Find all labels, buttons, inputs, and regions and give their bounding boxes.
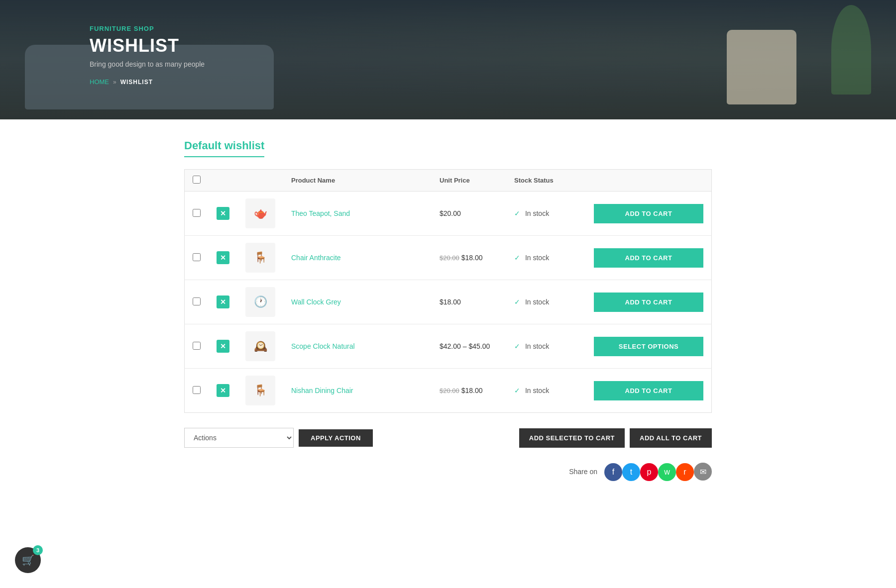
product-image-2: 🕐 [245,287,275,317]
remove-button-2[interactable]: ✕ [217,295,229,308]
stock-check-icon-4: ✓ [514,387,520,394]
row-checkbox-1[interactable] [193,253,201,261]
row-action-cell: ADD TO CART [586,369,712,413]
share-twitter-icon[interactable]: t [622,463,640,481]
row-name-cell: Nishan Dining Chair [283,369,432,413]
row-checkbox-3[interactable] [193,342,201,350]
table-row: ✕ 🫖 Theo Teapot, Sand $20.00 ✓ In stock … [185,192,712,236]
row-name-cell: Scope Clock Natural [283,324,432,369]
header-stock-status: Stock Status [506,170,586,192]
apply-action-button[interactable]: APPLY ACTION [299,429,373,447]
remove-button-3[interactable]: ✕ [217,340,229,353]
row-checkbox-0[interactable] [193,209,201,217]
plant-decoration [831,5,871,95]
row-image-cell: 🫖 [237,192,283,236]
row-price-cell: $20.00 [432,192,506,236]
table-row: ✕ 🕰️ Scope Clock Natural $42.00 – $45.00… [185,324,712,369]
share-row: Share on ftpwr✉ [184,463,712,481]
row-image-cell: 🪑 [237,369,283,413]
row-remove-cell: ✕ [209,192,237,236]
product-image-3: 🕰️ [245,331,275,361]
row-action-cell: SELECT OPTIONS [586,324,712,369]
share-email-icon[interactable]: ✉ [694,463,712,481]
product-link-3[interactable]: Scope Clock Natural [291,342,355,350]
header-product-name: Product Name [283,170,432,192]
product-link-1[interactable]: Chair Anthracite [291,254,341,262]
actions-left: ActionsRemove selectedMove to cart APPLY… [184,428,373,448]
row-stock-cell: ✓ In stock [506,192,586,236]
row-image-cell: 🕰️ [237,324,283,369]
header-img-col [237,170,283,192]
stock-text-3: In stock [525,342,549,350]
row-stock-cell: ✓ In stock [506,324,586,369]
remove-button-4[interactable]: ✕ [217,384,229,397]
breadcrumb-home-link[interactable]: HOME [90,78,109,86]
add-selected-to-cart-button[interactable]: ADD SELECTED TO CART [519,428,625,448]
row-stock-cell: ✓ In stock [506,236,586,280]
row-image-cell: 🪑 [237,236,283,280]
add-to-cart-button-2[interactable]: ADD TO CART [594,293,703,312]
breadcrumb-current: WISHLIST [120,79,153,86]
row-price-cell: $42.00 – $45.00 [432,324,506,369]
product-link-2[interactable]: Wall Clock Grey [291,298,341,306]
row-price-cell: $20.00$18.00 [432,369,506,413]
price-single: $20.00 [440,209,461,217]
header-action-col [586,170,712,192]
add-to-cart-button-4[interactable]: ADD TO CART [594,381,703,400]
table-header: Product Name Unit Price Stock Status [185,170,712,192]
stock-text-0: In stock [525,209,549,217]
row-checkbox-2[interactable] [193,297,201,305]
share-label: Share on [569,468,597,476]
bottom-bar: ActionsRemove selectedMove to cart APPLY… [184,428,712,448]
price-original: $20.00 [440,387,459,394]
breadcrumb-separator: » [113,79,116,86]
stock-check-icon-2: ✓ [514,298,520,306]
wishlist-table: Product Name Unit Price Stock Status ✕ 🫖… [184,169,712,413]
table-row: ✕ 🪑 Nishan Dining Chair $20.00$18.00 ✓ I… [185,369,712,413]
stock-text-1: In stock [525,254,549,262]
header-remove-col [209,170,237,192]
share-facebook-icon[interactable]: f [604,463,622,481]
price-range: $42.00 – $45.00 [440,342,490,350]
add-to-cart-button-0[interactable]: ADD TO CART [594,204,703,223]
row-action-cell: ADD TO CART [586,280,712,324]
share-whatsapp-icon[interactable]: w [658,463,676,481]
row-name-cell: Chair Anthracite [283,236,432,280]
product-link-4[interactable]: Nishan Dining Chair [291,387,353,394]
row-checkbox-cell [185,369,209,413]
price-sale: $18.00 [461,387,483,394]
select-options-button-3[interactable]: SELECT OPTIONS [594,337,703,356]
row-action-cell: ADD TO CART [586,236,712,280]
stock-check-icon-0: ✓ [514,209,520,217]
actions-select[interactable]: ActionsRemove selectedMove to cart [184,428,294,448]
actions-right: ADD SELECTED TO CART ADD ALL TO CART [519,428,712,448]
row-checkbox-cell [185,324,209,369]
breadcrumb: HOME » WISHLIST [90,78,205,86]
row-remove-cell: ✕ [209,236,237,280]
share-icons-container: ftpwr✉ [604,463,712,481]
stock-text-4: In stock [525,387,549,394]
row-price-cell: $20.00$18.00 [432,236,506,280]
add-to-cart-button-1[interactable]: ADD TO CART [594,248,703,268]
product-image-0: 🫖 [245,198,275,228]
row-image-cell: 🕐 [237,280,283,324]
row-remove-cell: ✕ [209,369,237,413]
header-checkbox-col [185,170,209,192]
add-all-to-cart-button[interactable]: ADD ALL TO CART [630,428,712,448]
chair-decoration [727,30,796,104]
hero-content: FURNITURE SHOP WISHLIST Bring good desig… [90,25,205,86]
row-checkbox-cell [185,192,209,236]
header-unit-price: Unit Price [432,170,506,192]
share-pinterest-icon[interactable]: p [640,463,658,481]
product-image-1: 🪑 [245,243,275,273]
row-remove-cell: ✕ [209,280,237,324]
select-all-checkbox[interactable] [193,176,201,184]
product-link-0[interactable]: Theo Teapot, Sand [291,209,350,217]
remove-button-0[interactable]: ✕ [217,207,229,220]
remove-button-1[interactable]: ✕ [217,251,229,264]
row-stock-cell: ✓ In stock [506,369,586,413]
price-original: $20.00 [440,254,459,262]
row-checkbox-4[interactable] [193,386,201,394]
row-name-cell: Theo Teapot, Sand [283,192,432,236]
share-reddit-icon[interactable]: r [676,463,694,481]
